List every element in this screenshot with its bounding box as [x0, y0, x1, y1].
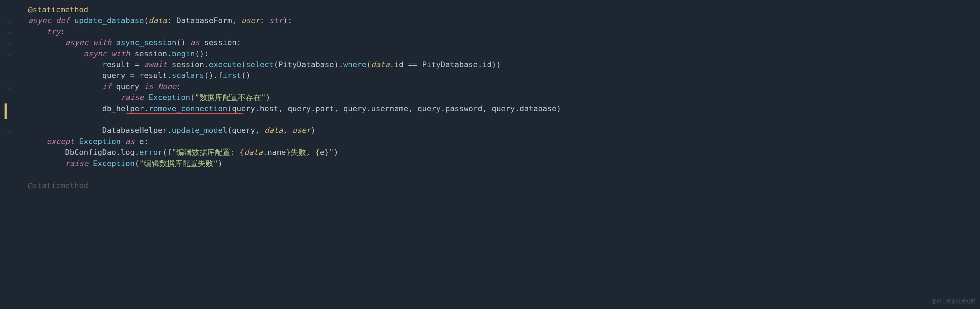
code-line: raise Exception("编辑数据库配置失败")	[28, 158, 980, 169]
code-line: @staticmethod	[28, 4, 980, 15]
code-line: async def update_database(data: Database…	[28, 15, 980, 26]
code-line: if query is None:	[28, 81, 980, 92]
code-line: db_helper.remove_connection(query.host, …	[28, 103, 980, 125]
code-line: query = result.scalars().first()	[28, 70, 980, 81]
code-line: except Exception as e:	[28, 136, 980, 147]
watermark: @稀土掘金技术社区	[932, 296, 976, 307]
code-line: DatabaseHelper.update_model(query, data,…	[28, 125, 980, 136]
code-line: DbConfigDao.log.error(f"编辑数据库配置: {data.n…	[28, 147, 980, 158]
code-line: async with async_session() as session:	[28, 37, 980, 48]
change-marker	[5, 103, 6, 119]
code-line: result = await session.execute(select(Pi…	[28, 59, 980, 70]
code-line: @staticmethod	[28, 180, 980, 191]
editor-gutter	[0, 0, 14, 309]
code-line	[28, 169, 980, 180]
code-editor[interactable]: @staticmethod async def update_database(…	[14, 0, 980, 191]
code-line: try:	[28, 26, 980, 37]
code-line: raise Exception("数据库配置不存在")	[28, 92, 980, 103]
code-line: async with session.begin():	[28, 48, 980, 59]
